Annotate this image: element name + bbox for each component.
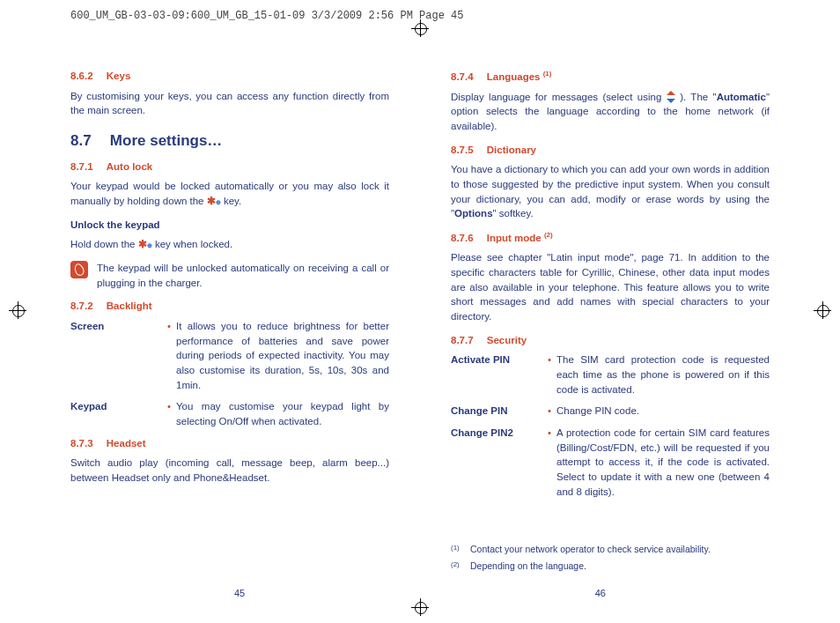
- section-number: 8.7.1: [70, 161, 93, 172]
- footnote-text: Contact your network operator to check s…: [470, 543, 711, 556]
- text-fragment: key when locked.: [155, 239, 232, 249]
- body-text: Please see chapter "Latin input mode", p…: [451, 250, 770, 323]
- star-key-icon: ✱⊕: [207, 196, 221, 206]
- page-number-45: 45: [234, 587, 245, 601]
- heading-8-7-7: 8.7.7 Security: [451, 333, 770, 348]
- page-46-column: 8.7.4 Languages (1) Display language for…: [451, 62, 770, 597]
- section-title: Auto lock: [107, 161, 152, 172]
- definition-row-change-pin: Change PIN Change PIN code.: [451, 404, 770, 419]
- footnote-mark: (2): [451, 560, 470, 573]
- body-text: Switch audio play (incoming call, messag…: [70, 456, 389, 485]
- section-number: 8.7: [70, 132, 92, 149]
- definition-term: Change PIN2: [451, 426, 548, 499]
- definition-desc: A protection code for certain SIM card f…: [548, 426, 770, 499]
- definition-desc: Change PIN code.: [548, 404, 770, 419]
- body-text: Hold down the ✱⊕ key when locked.: [70, 237, 389, 252]
- section-title: Backlight: [107, 300, 152, 311]
- definition-row-screen: Screen It allows you to reduce brightnes…: [70, 319, 389, 392]
- section-number: 8.6.2: [70, 70, 93, 81]
- definition-desc: You may customise your keypad light by s…: [167, 399, 389, 428]
- heading-8-7-1: 8.7.1 Auto lock: [70, 159, 389, 174]
- footnote-ref: (2): [544, 231, 553, 239]
- section-title: Languages (1): [487, 71, 552, 82]
- registration-mark-top: [411, 19, 429, 37]
- page-45-column: 8.6.2 Keys By customising your keys, you…: [70, 62, 389, 597]
- text-fragment: Display language for messages (select us…: [451, 92, 667, 102]
- registration-mark-left: [9, 301, 26, 319]
- section-number: 8.7.2: [70, 300, 93, 311]
- section-number: 8.7.4: [451, 71, 474, 82]
- section-title: Security: [487, 335, 527, 345]
- footnote-mark: (1): [451, 543, 470, 556]
- footnote-text: Depending on the language.: [470, 560, 586, 573]
- up-down-arrow-icon: [667, 91, 675, 103]
- definition-term: Keypad: [70, 399, 167, 428]
- definition-row-activate-pin: Activate PIN The SIM card protection cod…: [451, 352, 770, 397]
- section-title: Dictionary: [487, 145, 536, 155]
- definition-desc: It allows you to reduce brightness for b…: [167, 319, 389, 392]
- registration-mark-right: [814, 301, 831, 319]
- section-number: 8.7.3: [70, 438, 93, 449]
- definition-desc: The SIM card protection code is requeste…: [548, 352, 770, 397]
- section-title: More settings…: [110, 132, 223, 149]
- body-text: You have a dictionary to which you can a…: [451, 162, 770, 221]
- text-fragment: key.: [224, 196, 241, 206]
- note-text: The keypad will be unlocked automaticall…: [97, 261, 389, 290]
- heading-8-7-5: 8.7.5 Dictionary: [451, 143, 770, 158]
- note-callout: The keypad will be unlocked automaticall…: [70, 261, 389, 290]
- section-title: Headset: [107, 438, 146, 449]
- definition-row-change-pin2: Change PIN2 A protection code for certai…: [451, 426, 770, 499]
- heading-8-7-4: 8.7.4 Languages (1): [451, 69, 770, 85]
- body-text: Display language for messages (select us…: [451, 90, 770, 134]
- imposition-slug: 600_UM_GB-03-03-09:600_UM_GB_15-01-09 3/…: [70, 9, 463, 24]
- text-fragment: Hold down the: [70, 239, 138, 249]
- body-text: Your keypad would be locked automaticall…: [70, 179, 389, 208]
- text-fragment: " softkey.: [493, 208, 534, 219]
- heading-8-7-2: 8.7.2 Backlight: [70, 299, 389, 314]
- lightbulb-icon: [70, 261, 88, 278]
- star-key-icon: ✱⊕: [138, 239, 152, 249]
- footnote-2: (2) Depending on the language.: [451, 560, 770, 573]
- heading-8-7: 8.7 More settings…: [70, 130, 389, 152]
- heading-8-7-6: 8.7.6 Input mode (2): [451, 230, 770, 246]
- title-text: Languages: [487, 71, 543, 82]
- text-fragment: ). The ": [680, 92, 717, 102]
- section-title: Keys: [107, 70, 131, 81]
- subheading-unlock: Unlock the keypad: [70, 218, 389, 233]
- section-number: 8.7.7: [451, 335, 474, 345]
- page-sheet: 600_UM_GB-03-03-09:600_UM_GB_15-01-09 3/…: [0, 0, 840, 623]
- bold-term: Automatic: [717, 92, 766, 102]
- footnote-1: (1) Contact your network operator to che…: [451, 543, 770, 556]
- footnotes: (1) Contact your network operator to che…: [451, 543, 770, 572]
- section-title: Input mode (2): [487, 233, 553, 243]
- definition-term: Activate PIN: [451, 352, 548, 397]
- bold-term: Options: [454, 208, 492, 219]
- definition-term: Screen: [70, 319, 167, 392]
- heading-8-6-2: 8.6.2 Keys: [70, 69, 389, 84]
- registration-mark-bottom: [411, 598, 429, 616]
- page-number-46: 46: [595, 587, 606, 601]
- section-number: 8.7.6: [451, 233, 474, 243]
- section-number: 8.7.5: [451, 145, 474, 155]
- heading-8-7-3: 8.7.3 Headset: [70, 436, 389, 451]
- body-text: By customising your keys, you can access…: [70, 89, 389, 118]
- title-text: Input mode: [487, 233, 544, 243]
- definition-row-keypad: Keypad You may customise your keypad lig…: [70, 399, 389, 428]
- footnote-ref: (1): [543, 70, 552, 78]
- definition-term: Change PIN: [451, 404, 548, 419]
